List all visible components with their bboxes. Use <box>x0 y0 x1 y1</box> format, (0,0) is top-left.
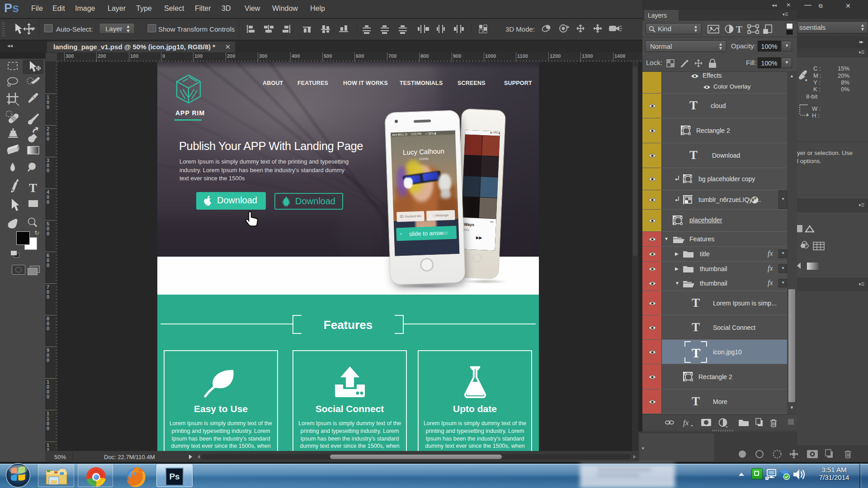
svg-text:T: T <box>736 24 742 34</box>
svg-text:T: T <box>29 181 37 195</box>
svg-text:T: T <box>692 346 700 360</box>
svg-text:fx: fx <box>683 418 689 427</box>
